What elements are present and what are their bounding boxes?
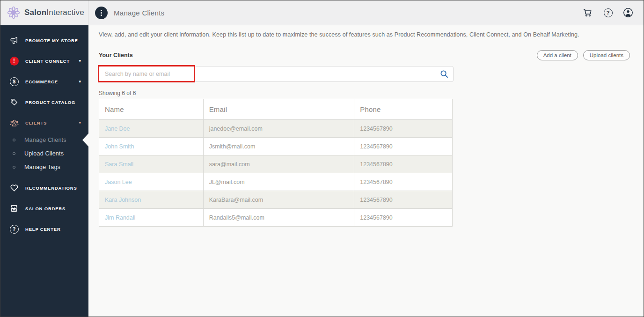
help-icon[interactable]: ? xyxy=(603,7,613,18)
client-phone: 1234567890 xyxy=(354,191,453,209)
sidebar-item-label: PROMOTE MY STORE xyxy=(25,38,81,43)
client-email: JL@mail.com xyxy=(203,173,354,191)
search-input[interactable] xyxy=(99,66,454,82)
active-item-notch xyxy=(82,133,88,147)
showing-count: Showing 6 of 6 xyxy=(99,90,644,96)
main-content: View, add, and edit your client informat… xyxy=(88,26,644,317)
kebab-menu-icon xyxy=(101,10,102,16)
sidebar-item-salon-orders[interactable]: SALON ORDERS xyxy=(0,198,88,219)
client-name-link[interactable]: Jane Doe xyxy=(105,125,130,132)
section-title: Your Clients xyxy=(99,52,133,59)
table-row: Kara Johnson KaraBara@mail.com 123456789… xyxy=(99,191,453,209)
sidebar-item-label: HELP CENTER xyxy=(25,227,81,232)
brand-logo[interactable]: SalonInteractive xyxy=(0,0,88,25)
app-window: SalonInteractive PROMOTE MY STORE ! CLIE… xyxy=(0,0,644,317)
sidebar-toggle-button[interactable] xyxy=(95,7,108,19)
sidebar-subitem-manage-tags[interactable]: Manage Tags xyxy=(0,160,88,174)
client-email: sara@mail.com xyxy=(203,155,354,173)
table-row: Jane Doe janedoe@email.com 1234567890 xyxy=(99,120,453,138)
sidebar-item-help-center[interactable]: ? HELP CENTER xyxy=(0,219,88,239)
sidebar-item-client-connect[interactable]: ! CLIENT CONNECT ▾ xyxy=(0,51,88,71)
heart-icon xyxy=(9,183,19,192)
sidebar-subitem-label: Upload Clients xyxy=(24,150,64,157)
client-email: KaraBara@mail.com xyxy=(203,191,354,209)
sidebar-subitem-manage-clients[interactable]: Manage Clients xyxy=(0,133,88,147)
cart-icon[interactable] xyxy=(583,7,593,18)
sidebar-item-product-catalog[interactable]: PRODUCT CATALOG xyxy=(0,92,88,112)
client-phone: 1234567890 xyxy=(354,155,453,173)
sidebar-item-label: RECOMMENDATIONS xyxy=(25,185,81,191)
topbar-icons: ? xyxy=(583,7,633,18)
clients-table: Name Email Phone Jane Doe janedoe@email.… xyxy=(99,99,453,227)
sidebar-subitem-label: Manage Clients xyxy=(24,137,66,143)
client-email: janedoe@email.com xyxy=(203,120,354,138)
client-phone: 1234567890 xyxy=(354,173,453,191)
client-name-link[interactable]: Jason Lee xyxy=(105,179,132,185)
client-name-link[interactable]: John Smith xyxy=(105,143,134,150)
table-header-row: Name Email Phone xyxy=(99,99,453,120)
add-client-button[interactable]: Add a client xyxy=(537,50,578,60)
table-row: John Smith Jsmith@mail.com 1234567890 xyxy=(99,138,453,155)
bullet-icon xyxy=(13,166,15,169)
question-icon: ? xyxy=(9,224,19,234)
sidebar-item-label: CLIENT CONNECT xyxy=(25,59,77,64)
column-header-name: Name xyxy=(99,99,204,120)
sidebar-item-label: PRODUCT CATALOG xyxy=(25,100,81,105)
client-phone: 1234567890 xyxy=(354,138,453,155)
sidebar-item-label: CLIENTS xyxy=(25,120,77,125)
sidebar-subitem-upload-clients[interactable]: Upload Clients xyxy=(0,147,88,160)
dollar-icon: $ xyxy=(9,77,19,86)
client-name-link[interactable]: Kara Johnson xyxy=(105,197,141,203)
alert-icon: ! xyxy=(9,56,19,66)
sidebar: SalonInteractive PROMOTE MY STORE ! CLIE… xyxy=(0,0,88,317)
page-description: View, add, and edit your client informat… xyxy=(99,31,629,38)
client-phone: 1234567890 xyxy=(354,209,453,227)
sidebar-item-label: SALON ORDERS xyxy=(25,206,81,211)
column-header-phone: Phone xyxy=(354,99,453,120)
account-icon[interactable] xyxy=(623,7,633,18)
page-title: Manage Clients xyxy=(114,9,583,17)
search-icon[interactable] xyxy=(440,70,448,78)
upload-clients-button[interactable]: Upload clients xyxy=(583,50,630,60)
storefront-icon xyxy=(9,204,19,213)
table-row: Sara Small sara@mail.com 1234567890 xyxy=(99,155,453,173)
brand-name: SalonInteractive xyxy=(24,8,84,17)
sidebar-item-ecommerce[interactable]: $ ECOMMERCE ▾ xyxy=(0,71,88,92)
bullet-icon xyxy=(13,139,15,141)
bullet-icon xyxy=(13,152,15,155)
sidebar-item-promote-my-store[interactable]: PROMOTE MY STORE xyxy=(0,30,88,51)
people-icon xyxy=(9,118,19,127)
table-row: Jason Lee JL@mail.com 1234567890 xyxy=(99,173,453,191)
table-row: Jim Randall Randalls5@mail.com 123456789… xyxy=(99,209,453,227)
sidebar-item-clients[interactable]: CLIENTS ▾ xyxy=(0,112,88,133)
chevron-down-icon[interactable]: ▾ xyxy=(79,59,81,63)
sidebar-nav: PROMOTE MY STORE ! CLIENT CONNECT ▾ $ EC… xyxy=(0,25,88,239)
tag-icon xyxy=(9,97,19,107)
chevron-down-icon[interactable]: ▾ xyxy=(79,120,81,125)
client-name-link[interactable]: Sara Small xyxy=(105,161,133,168)
chevron-down-icon[interactable]: ▾ xyxy=(79,79,81,84)
megaphone-icon xyxy=(9,36,19,45)
client-email: Randalls5@mail.com xyxy=(203,209,354,227)
client-phone: 1234567890 xyxy=(354,120,453,138)
sidebar-item-recommendations[interactable]: RECOMMENDATIONS xyxy=(0,177,88,198)
sidebar-item-label: ECOMMERCE xyxy=(25,79,77,84)
search-bar xyxy=(99,66,454,82)
topbar: Manage Clients ? xyxy=(88,0,644,25)
flower-logo-icon xyxy=(7,6,21,20)
client-email: Jsmith@mail.com xyxy=(203,138,354,155)
client-name-link[interactable]: Jim Randall xyxy=(105,214,135,221)
sidebar-subitem-label: Manage Tags xyxy=(24,164,60,170)
column-header-email: Email xyxy=(203,99,354,120)
